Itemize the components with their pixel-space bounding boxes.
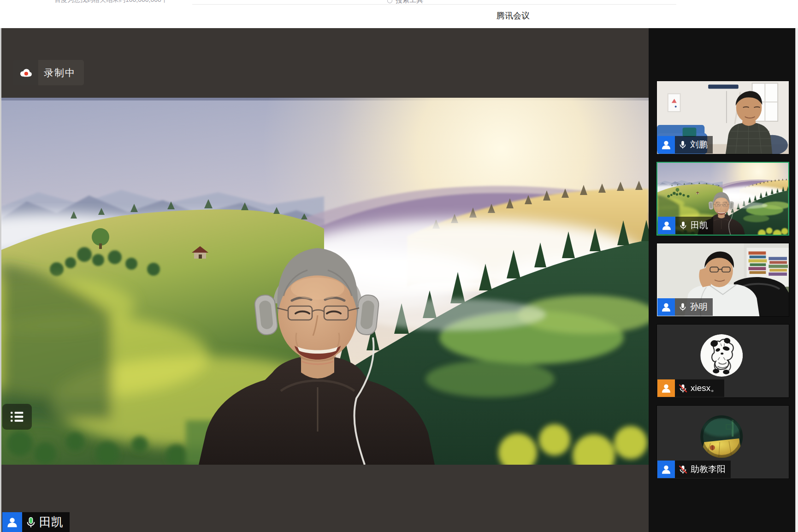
- participant-type-icon: [657, 461, 675, 478]
- participant-tile-sunming[interactable]: 孙明: [656, 243, 789, 317]
- participant-type-icon: [2, 512, 22, 532]
- participant-name: 田凯: [691, 219, 708, 231]
- cloud-recording-icon: [13, 60, 38, 85]
- top-bar: 百度为您找到相关结果约100,000,000个 搜索工具 腾讯会议: [0, 0, 798, 28]
- avatar: [700, 415, 743, 458]
- participant-name: 刘鹏: [690, 139, 708, 151]
- recording-badge[interactable]: 录制中: [13, 60, 84, 85]
- mic-on-icon: [678, 140, 687, 149]
- person-icon: [661, 383, 672, 394]
- person-icon: [661, 464, 672, 475]
- participant-name: 助教李阳: [691, 463, 726, 475]
- search-results-summary: 百度为您找到相关结果约100,000,000个: [54, 0, 168, 4]
- participant-type-icon: [657, 298, 675, 316]
- person-icon: [661, 139, 672, 150]
- main-video-feed: [1, 98, 649, 465]
- person-icon: [6, 516, 18, 528]
- participant-name: xiesx。: [691, 382, 719, 394]
- main-stage: 录制中 田凯: [1, 28, 649, 532]
- participants-sidebar: 刘鹏 田凯 孙明: [649, 28, 795, 532]
- participant-tile-tiankai[interactable]: 田凯: [656, 162, 789, 236]
- bullet-list-icon: [10, 410, 24, 423]
- speaker-name: 田凯: [39, 514, 63, 530]
- mic-on-icon: [679, 221, 688, 230]
- person-icon: [661, 220, 672, 231]
- recording-label: 录制中: [38, 66, 84, 79]
- page-scrollbar[interactable]: [795, 28, 798, 532]
- participant-tile-xiesx[interactable]: xiesx。: [656, 324, 789, 398]
- participant-type-icon: [657, 136, 675, 154]
- active-speaker-nametag: 田凯: [2, 512, 70, 532]
- mic-muted-icon: [678, 384, 688, 393]
- divider: [192, 4, 676, 5]
- person-icon: [661, 301, 672, 313]
- participant-type-icon: [657, 379, 675, 397]
- mic-live-icon: [25, 516, 37, 528]
- mic-muted-icon: [678, 465, 688, 474]
- basketball-court-avatar: [700, 415, 743, 458]
- window-title: 腾讯会议: [497, 10, 530, 21]
- layout-list-button[interactable]: [2, 404, 32, 430]
- participant-tile-zhujiao-liyang[interactable]: 助教李阳: [656, 405, 789, 479]
- search-tools-icon: [387, 0, 392, 3]
- panda-sketch-avatar: [700, 334, 743, 377]
- mic-on-icon: [678, 302, 687, 312]
- participant-name: 孙明: [690, 301, 708, 313]
- avatar: [700, 334, 743, 377]
- participant-tile-liupeng[interactable]: 刘鹏: [656, 81, 789, 154]
- participant-type-icon: [658, 217, 675, 234]
- virtual-background-scene: [1, 98, 649, 465]
